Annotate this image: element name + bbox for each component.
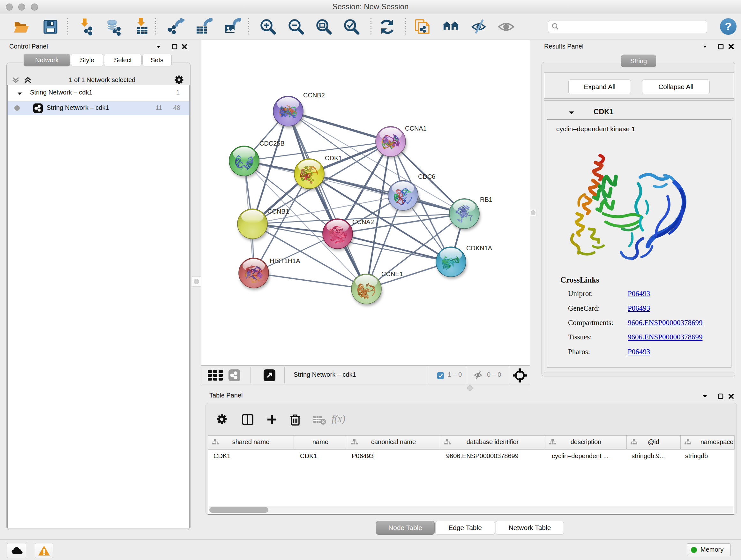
svg-text:CCNA1: CCNA1 bbox=[405, 125, 427, 132]
svg-text:CDC25B: CDC25B bbox=[259, 140, 285, 147]
svg-text:CDK1: CDK1 bbox=[325, 154, 342, 162]
svg-text:HIST1H1A: HIST1H1A bbox=[270, 257, 300, 264]
svg-text:RB1: RB1 bbox=[480, 196, 492, 203]
svg-text:CDC6: CDC6 bbox=[418, 173, 435, 180]
svg-text:CDKN1A: CDKN1A bbox=[466, 245, 492, 252]
svg-text:CCNB2: CCNB2 bbox=[303, 91, 325, 99]
svg-text:CCNB1: CCNB1 bbox=[267, 208, 289, 215]
svg-text:CCNE1: CCNE1 bbox=[381, 270, 403, 277]
svg-text:CCNA2: CCNA2 bbox=[352, 219, 374, 226]
